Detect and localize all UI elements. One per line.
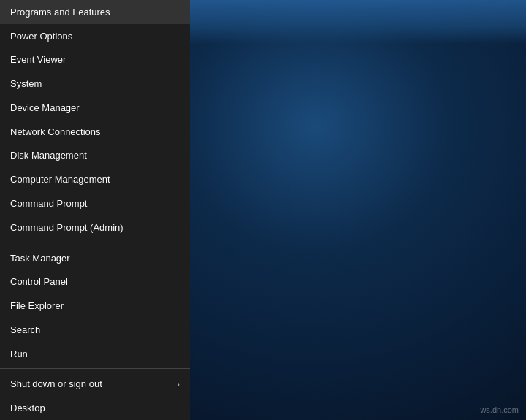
menu-item-desktop[interactable]: Desktop [0, 396, 190, 420]
menu-item-system[interactable]: System [0, 72, 190, 96]
menu-item-computer-management[interactable]: Computer Management [0, 167, 190, 191]
watermark: ws.dn.com [480, 405, 519, 414]
menu-item-network-connections[interactable]: Network Connections [0, 120, 190, 144]
menu-item-search[interactable]: Search [0, 318, 190, 342]
menu-item-run[interactable]: Run [0, 342, 190, 366]
menu-item-device-manager[interactable]: Device Manager [0, 96, 190, 120]
menu-item-file-explorer[interactable]: File Explorer [0, 294, 190, 318]
context-menu: Programs and Features Power Options Even… [0, 0, 190, 420]
menu-item-task-manager[interactable]: Task Manager [0, 246, 190, 270]
submenu-arrow-icon: › [177, 380, 180, 389]
menu-item-power-options[interactable]: Power Options [0, 24, 190, 48]
divider-1 [0, 243, 190, 243]
divider-2 [0, 368, 190, 369]
menu-item-disk-management[interactable]: Disk Management [0, 144, 190, 168]
desktop-highlight [190, 0, 526, 44]
menu-item-programs-features[interactable]: Programs and Features [0, 0, 190, 24]
menu-item-shut-down[interactable]: Shut down or sign out › [0, 372, 190, 396]
menu-item-command-prompt[interactable]: Command Prompt [0, 191, 190, 215]
menu-item-control-panel[interactable]: Control Panel [0, 270, 190, 294]
menu-item-command-prompt-admin[interactable]: Command Prompt (Admin) [0, 215, 190, 240]
menu-item-event-viewer[interactable]: Event Viewer [0, 48, 190, 72]
